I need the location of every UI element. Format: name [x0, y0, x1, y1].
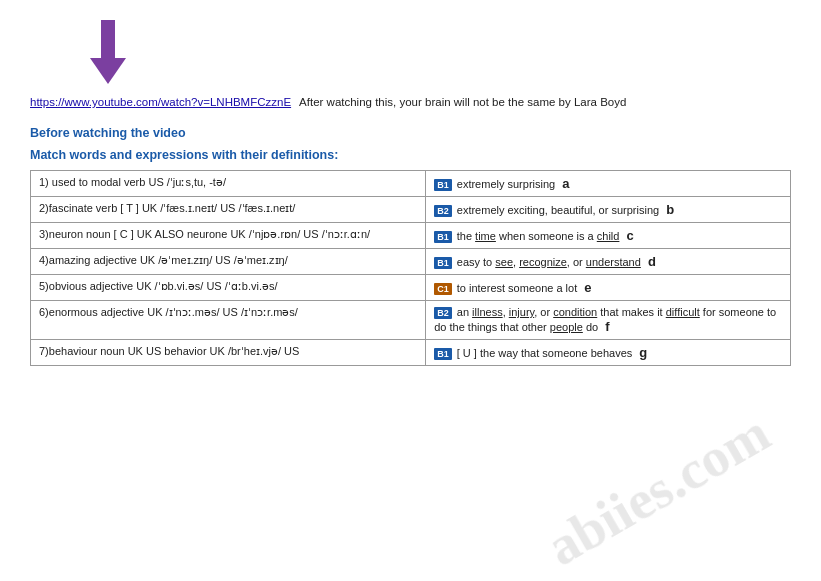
table-row-left: 5)obvious adjective UK /ˈɒb.vi.əs/ US /ˈ…: [31, 275, 426, 301]
down-arrow-icon: [90, 20, 126, 84]
table-row-right: B1 [ U ] the way that someone behaves g: [426, 340, 791, 366]
table-row-right: B2 an illness, injury, or condition that…: [426, 301, 791, 340]
table-row-right: B1 extremely surprising a: [426, 171, 791, 197]
table-row-left: 3)neuron noun [ C ] UK ALSO neurone UK /…: [31, 223, 426, 249]
arrow-section: [30, 10, 791, 90]
table-row-right: B1 the time when someone is a child c: [426, 223, 791, 249]
table-row-right: C1 to interest someone a lot e: [426, 275, 791, 301]
table-row-left: 6)enormous adjective UK /ɪˈnɔː.məs/ US /…: [31, 301, 426, 340]
table-row-left: 1) used to modal verb US /ˈjuːsˌtu, -tə/: [31, 171, 426, 197]
link-description: After watching this, your brain will not…: [299, 96, 626, 108]
table-row-left: 7)behaviour noun UK US behavior UK /brˈh…: [31, 340, 426, 366]
table-row-right: B2 extremely exciting, beautiful, or sur…: [426, 197, 791, 223]
vocab-table: 1) used to modal verb US /ˈjuːsˌtu, -tə/…: [30, 170, 791, 366]
link-row: https://www.youtube.com/watch?v=LNHBMFCz…: [30, 96, 791, 108]
before-title: Before watching the video: [30, 126, 791, 140]
table-row-right: B1 easy to see, recognize, or understand…: [426, 249, 791, 275]
table-row-left: 2)fascinate verb [ T ] UK /ˈfæs.ɪ.neɪt/ …: [31, 197, 426, 223]
table-row-left: 4)amazing adjective UK /əˈmeɪ.zɪŋ/ US /ə…: [31, 249, 426, 275]
match-title: Match words and expressions with their d…: [30, 148, 791, 162]
youtube-link[interactable]: https://www.youtube.com/watch?v=LNHBMFCz…: [30, 96, 291, 108]
watermark: abiies.com: [536, 401, 781, 579]
